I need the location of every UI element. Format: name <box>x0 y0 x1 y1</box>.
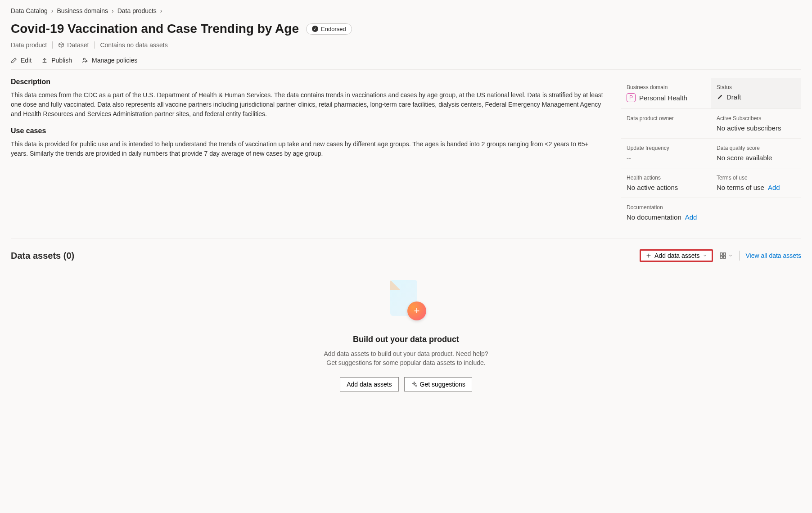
quality-cell: Data quality score No score available <box>711 139 801 168</box>
sidebar-value: No active actions <box>627 184 706 191</box>
terms-cell: Terms of use No terms of use Add <box>711 168 801 198</box>
description-heading: Description <box>11 78 603 86</box>
main-content: Description This data comes from the CDC… <box>11 78 801 227</box>
meta-row: Data product Dataset Contains no data as… <box>11 41 801 49</box>
svg-rect-3 <box>723 253 726 255</box>
empty-state-title: Build out your data product <box>353 335 459 344</box>
divider <box>94 41 95 49</box>
plus-circle-icon: + <box>407 302 426 320</box>
sidebar-grid: Business domain P Personal Health Status… <box>621 78 801 227</box>
divider <box>739 251 740 261</box>
chevron-right-icon: › <box>51 7 54 14</box>
grid-icon <box>719 252 726 259</box>
sidebar-value: No score available <box>717 154 796 162</box>
get-suggestions-button[interactable]: Get suggestions <box>404 377 472 392</box>
breadcrumb: Data Catalog › Business domains › Data p… <box>11 7 801 14</box>
usecases-text: This data is provided for public use and… <box>11 140 603 158</box>
publish-button[interactable]: Publish <box>41 57 72 64</box>
add-data-assets-empty-button[interactable]: Add data assets <box>340 377 398 392</box>
sparkle-icon <box>411 381 417 387</box>
chevron-right-icon: › <box>160 7 162 14</box>
sidebar-label: Terms of use <box>717 175 796 181</box>
divider <box>52 41 53 49</box>
subscribers-cell: Active Subscribers No active subscribers <box>711 109 801 139</box>
person-gear-icon <box>82 57 88 63</box>
action-bar: Edit Publish Manage policies <box>11 57 801 70</box>
data-assets-title: Data assets (0) <box>11 251 74 261</box>
health-cell: Health actions No active actions <box>621 168 711 198</box>
chevron-down-icon <box>703 253 707 258</box>
chevron-right-icon: › <box>112 7 114 14</box>
docs-cell: Documentation No documentation Add <box>621 198 801 227</box>
left-column: Description This data comes from the CDC… <box>11 78 603 227</box>
view-toggle-button[interactable] <box>719 252 733 259</box>
meta-dataset: Dataset <box>58 41 89 49</box>
upload-icon <box>41 57 48 63</box>
draft-icon <box>717 94 723 100</box>
sidebar-label: Status <box>717 84 796 90</box>
section-divider <box>11 238 801 238</box>
sidebar-value: No active subscribers <box>717 124 796 132</box>
page-title: Covid-19 Vaccination and Case Trending b… <box>11 22 299 36</box>
empty-state-subtext: Add data assets to build out your data p… <box>320 350 492 367</box>
description-text: This data comes from the CDC as a part o… <box>11 90 603 119</box>
sidebar-value[interactable]: P Personal Health <box>627 93 706 102</box>
domain-icon: P <box>627 93 636 102</box>
empty-state: + Build out your data product Add data a… <box>11 280 801 392</box>
sidebar-label: Documentation <box>627 204 796 211</box>
cube-icon <box>58 42 64 48</box>
sidebar-label: Health actions <box>627 175 706 181</box>
plus-icon <box>645 252 652 259</box>
sidebar-label: Update frequency <box>627 145 706 151</box>
empty-state-icon: + <box>386 280 426 320</box>
sidebar-label: Data quality score <box>717 145 796 151</box>
sidebar-label: Business domain <box>627 84 706 90</box>
sidebar-value: No terms of use Add <box>717 184 796 191</box>
svg-point-0 <box>83 58 85 60</box>
sidebar-value: -- <box>627 154 706 162</box>
right-column: Business domain P Personal Health Status… <box>621 78 801 227</box>
svg-rect-4 <box>720 256 722 258</box>
add-docs-link[interactable]: Add <box>685 213 697 221</box>
chevron-down-icon <box>728 253 733 258</box>
owner-cell: Data product owner <box>621 109 711 139</box>
sidebar-value: No documentation Add <box>627 213 796 221</box>
endorsed-badge: ✓ Endorsed <box>306 23 352 35</box>
view-all-assets-link[interactable]: View all data assets <box>746 252 801 259</box>
sidebar-label: Active Subscribers <box>717 115 796 122</box>
usecases-heading: Use cases <box>11 127 603 135</box>
update-freq-cell: Update frequency -- <box>621 139 711 168</box>
meta-type: Data product <box>11 41 47 49</box>
badge-label: Endorsed <box>321 26 346 32</box>
pencil-icon <box>11 57 17 63</box>
add-terms-link[interactable]: Add <box>768 184 780 191</box>
svg-point-1 <box>86 60 87 62</box>
meta-assets-note: Contains no data assets <box>100 41 167 49</box>
status-cell: Status Draft <box>711 78 801 109</box>
add-data-assets-button[interactable]: Add data assets <box>640 249 713 262</box>
sidebar-value: Draft <box>717 93 796 101</box>
breadcrumb-item[interactable]: Data products <box>117 7 157 14</box>
svg-rect-5 <box>723 256 726 258</box>
edit-button[interactable]: Edit <box>11 57 32 64</box>
title-row: Covid-19 Vaccination and Case Trending b… <box>11 22 801 36</box>
empty-state-buttons: Add data assets Get suggestions <box>340 377 472 392</box>
breadcrumb-item[interactable]: Business domains <box>57 7 108 14</box>
checkmark-icon: ✓ <box>312 26 318 32</box>
sidebar-label: Data product owner <box>627 115 706 122</box>
manage-policies-button[interactable]: Manage policies <box>82 57 137 64</box>
business-domain-cell: Business domain P Personal Health <box>621 78 711 109</box>
assets-controls: Add data assets View all data assets <box>640 249 801 262</box>
breadcrumb-item[interactable]: Data Catalog <box>11 7 48 14</box>
svg-rect-2 <box>720 253 722 255</box>
assets-header: Data assets (0) Add data assets View all… <box>11 249 801 262</box>
